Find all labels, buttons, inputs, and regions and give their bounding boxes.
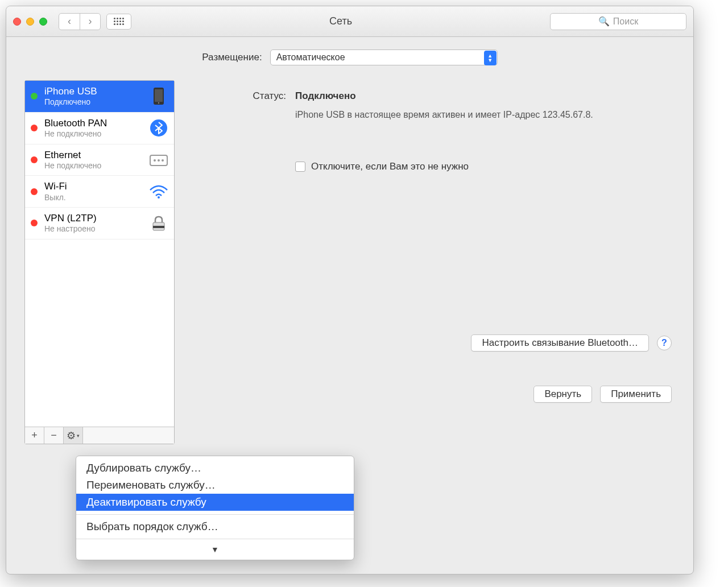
ethernet-icon xyxy=(149,150,168,170)
service-iphone-usb[interactable]: iPhone USB Подключено xyxy=(25,81,174,113)
chevron-left-icon: ‹ xyxy=(68,15,71,27)
menu-separator xyxy=(76,539,354,539)
disable-checkbox-row: Отключите, если Вам это не нужно xyxy=(295,161,675,172)
menu-set-service-order[interactable]: Выбрать порядок служб… xyxy=(76,518,354,535)
status-label: Статус: xyxy=(189,90,286,102)
content-area: Размещение: Автоматическое ▲▼ iPhone USB… xyxy=(6,37,693,457)
grid-icon xyxy=(114,18,124,25)
menu-deactivate-service[interactable]: Деактивировать службу xyxy=(76,494,354,511)
question-icon: ? xyxy=(661,338,667,348)
service-status: Подключено xyxy=(44,97,142,108)
search-icon: 🔍 xyxy=(598,16,610,27)
service-name: VPN (L2TP) xyxy=(44,212,142,224)
gear-icon: ⚙︎ xyxy=(67,429,76,442)
svg-point-2 xyxy=(158,102,159,104)
status-dot-icon xyxy=(31,156,38,163)
location-label: Размещение: xyxy=(202,52,262,63)
chevron-right-icon: › xyxy=(89,15,92,27)
svg-point-8 xyxy=(158,196,160,199)
service-vpn[interactable]: VPN (L2TP) Не настроено xyxy=(25,208,174,239)
plus-icon: + xyxy=(31,429,38,441)
lock-icon xyxy=(149,213,168,233)
service-name: Wi-Fi xyxy=(44,180,142,192)
menu-scroll-down[interactable]: ▼ xyxy=(76,543,354,556)
revert-button[interactable]: Вернуть xyxy=(533,386,592,403)
svg-point-6 xyxy=(158,159,160,162)
status-dot-icon xyxy=(31,220,38,226)
back-button[interactable]: ‹ xyxy=(59,14,80,30)
service-ethernet[interactable]: Ethernet Не подключено xyxy=(25,144,174,176)
minimize-window[interactable] xyxy=(26,18,34,26)
traffic-lights xyxy=(13,18,47,26)
status-dot-icon xyxy=(31,93,38,100)
nav-buttons: ‹ › xyxy=(59,13,101,30)
bluetooth-icon xyxy=(149,118,168,138)
show-all-button[interactable] xyxy=(106,14,131,30)
svg-rect-10 xyxy=(153,226,164,228)
menu-separator xyxy=(76,514,354,515)
status-dot-icon xyxy=(31,188,38,195)
remove-service-button[interactable]: − xyxy=(44,427,64,444)
service-status: Не настроено xyxy=(44,224,142,234)
search-placeholder: Поиск xyxy=(613,16,638,27)
triangle-down-icon: ▼ xyxy=(211,545,219,554)
status-dot-icon xyxy=(31,125,38,131)
actions-menu-button[interactable]: ⚙︎▾ xyxy=(64,427,83,444)
service-name: Bluetooth PAN xyxy=(44,117,142,129)
window-title: Сеть xyxy=(137,15,544,27)
chevron-down-icon: ▾ xyxy=(77,433,80,439)
service-bluetooth-pan[interactable]: Bluetooth PAN Не подключено xyxy=(25,113,174,144)
service-name: Ethernet xyxy=(44,149,142,161)
service-name: iPhone USB xyxy=(44,85,142,97)
service-status: Не подключено xyxy=(44,161,142,171)
service-status: Выкл. xyxy=(44,193,142,203)
search-field[interactable]: 🔍 Поиск xyxy=(550,13,686,30)
forward-button[interactable]: › xyxy=(80,14,100,30)
phone-icon xyxy=(149,86,168,106)
select-arrows-icon: ▲▼ xyxy=(484,51,497,65)
services-list: iPhone USB Подключено Bluetooth PAN Не п… xyxy=(25,81,174,427)
location-row: Размещение: Автоматическое ▲▼ xyxy=(24,49,675,65)
service-wifi[interactable]: Wi-Fi Выкл. xyxy=(25,176,174,208)
svg-point-5 xyxy=(154,159,156,162)
services-sidebar: iPhone USB Подключено Bluetooth PAN Не п… xyxy=(24,80,175,444)
wifi-icon xyxy=(149,182,168,201)
location-select[interactable]: Автоматическое ▲▼ xyxy=(270,49,498,65)
menu-duplicate-service[interactable]: Дублировать службу… xyxy=(76,460,354,477)
disable-checkbox[interactable] xyxy=(295,162,305,172)
configure-bluetooth-button[interactable]: Настроить связывание Bluetooth… xyxy=(471,334,649,352)
menu-rename-service[interactable]: Переименовать службу… xyxy=(76,477,354,494)
footer-buttons: Вернуть Применить xyxy=(533,386,672,403)
help-button[interactable]: ? xyxy=(657,336,672,350)
sidebar-buttons: + − ⚙︎▾ xyxy=(25,427,174,444)
status-value: Подключено xyxy=(295,90,356,102)
add-service-button[interactable]: + xyxy=(25,427,44,444)
status-row: Статус: Подключено xyxy=(189,90,675,102)
svg-rect-1 xyxy=(155,89,163,102)
disable-checkbox-label: Отключите, если Вам это не нужно xyxy=(311,161,469,172)
service-status: Не подключено xyxy=(44,129,142,139)
location-value: Автоматическое xyxy=(276,52,491,63)
zoom-window[interactable] xyxy=(39,18,47,26)
close-window[interactable] xyxy=(13,18,21,26)
svg-point-7 xyxy=(162,159,164,162)
status-description: iPhone USB в настоящее время активен и и… xyxy=(295,109,602,121)
network-preferences-window: ‹ › Сеть 🔍 Поиск Размещение: Автоматичес… xyxy=(6,6,694,574)
minus-icon: − xyxy=(51,429,57,441)
apply-button[interactable]: Применить xyxy=(600,386,672,403)
configure-row: Настроить связывание Bluetooth… ? xyxy=(471,334,672,352)
actions-popup-menu: Дублировать службу… Переименовать службу… xyxy=(76,456,354,560)
titlebar: ‹ › Сеть 🔍 Поиск xyxy=(6,6,693,37)
